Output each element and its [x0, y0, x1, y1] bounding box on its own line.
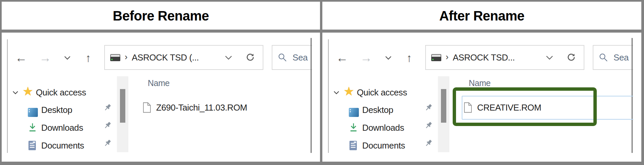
recent-locations-button[interactable] [381, 50, 396, 65]
explorer-before: ← → ↑ › ASROCK TSD (... [7, 33, 312, 155]
sidebar-item-quick-access[interactable]: ★ Quick access [7, 85, 118, 100]
scrollbar-thumb[interactable] [441, 89, 446, 123]
back-arrow-icon: ← [336, 51, 348, 65]
file-icon [463, 102, 472, 113]
sidebar-item-desktop[interactable]: Desktop [328, 102, 439, 117]
forward-button[interactable]: → [359, 50, 374, 65]
pin-icon [425, 103, 433, 112]
up-arrow-icon: ↑ [85, 51, 91, 65]
sidebar-item-documents[interactable]: Documents [7, 138, 118, 153]
pin-icon [104, 121, 112, 130]
screenshot-crop-edge [311, 38, 312, 153]
sidebar-item-desktop[interactable]: Desktop [7, 102, 118, 117]
file-name: Z690-Taichi_11.03.ROM [156, 102, 247, 113]
desktop-icon [28, 108, 38, 117]
back-button[interactable]: ← [335, 50, 349, 65]
up-button[interactable]: ↑ [81, 50, 95, 65]
sidebar-item-documents[interactable]: Documents [328, 138, 439, 153]
sidebar-item-label: Quick access [357, 87, 407, 98]
refresh-button[interactable] [245, 52, 255, 63]
chevron-down-icon [385, 56, 392, 60]
downloads-icon [28, 123, 37, 133]
sidebar-item-label: Downloads [362, 123, 404, 133]
file-row[interactable]: CREATIVE.ROM [463, 100, 541, 115]
back-arrow-icon: ← [15, 51, 27, 65]
name-column-header[interactable]: Name [469, 78, 491, 88]
sidebar-item-downloads[interactable]: Downloads [7, 120, 118, 135]
sidebar-scrollbar [117, 76, 128, 152]
file-name: CREATIVE.ROM [477, 102, 541, 113]
address-dropdown-button[interactable] [225, 55, 232, 60]
explorer-after: ← → ↑ › ASROCK TSD... [328, 33, 633, 155]
pin-icon [104, 103, 112, 112]
up-arrow-icon: ↑ [406, 51, 412, 65]
sidebar-item-label: Desktop [362, 105, 393, 115]
documents-icon [349, 140, 358, 151]
pin-icon [104, 139, 112, 148]
up-button[interactable]: ↑ [402, 50, 416, 65]
address-dropdown-button[interactable] [546, 55, 553, 60]
star-icon: ★ [343, 84, 354, 98]
forward-button[interactable]: → [38, 50, 53, 65]
sidebar-item-label: Downloads [41, 123, 83, 133]
address-bar[interactable]: › ASROCK TSD... [425, 45, 584, 70]
sidebar-item-label: Documents [41, 140, 84, 151]
column-divider [320, 2, 322, 162]
search-input[interactable]: Sea [593, 45, 633, 70]
documents-icon [28, 140, 37, 151]
pin-icon [425, 139, 433, 148]
address-bar[interactable]: › ASROCK TSD (... [104, 45, 263, 70]
file-icon [142, 102, 151, 113]
sidebar-item-label: Desktop [41, 105, 72, 115]
pin-icon [425, 121, 433, 130]
sidebar-item-quick-access[interactable]: ★ Quick access [328, 85, 439, 100]
search-placeholder: Sea [614, 52, 629, 63]
before-rename-title: Before Rename [2, 8, 320, 23]
desktop-icon [349, 108, 359, 117]
chevron-expanded-icon [333, 91, 339, 94]
refresh-button[interactable] [566, 52, 576, 63]
chevron-down-icon [546, 55, 553, 60]
chevron-down-icon [64, 56, 71, 60]
name-column-header[interactable]: Name [148, 78, 170, 88]
refresh-icon [566, 52, 576, 63]
chevron-expanded-icon [12, 91, 18, 94]
forward-arrow-icon: → [39, 51, 51, 65]
sidebar-scrollbar [438, 76, 449, 152]
breadcrumb-separator-icon: › [125, 52, 127, 62]
drive-icon [431, 54, 441, 61]
chevron-down-icon [225, 55, 232, 60]
search-icon [278, 53, 287, 62]
search-placeholder: Sea [293, 52, 308, 63]
comparison-table: Before Rename After Rename ← → ↑ › ASROC… [0, 0, 644, 165]
scrollbar-thumb[interactable] [120, 89, 125, 123]
refresh-icon [245, 52, 255, 63]
after-rename-title: After Rename [322, 8, 641, 23]
breadcrumb-separator-icon: › [446, 52, 448, 62]
sidebar-item-label: Quick access [36, 87, 86, 98]
back-button[interactable]: ← [14, 50, 28, 65]
file-row[interactable]: Z690-Taichi_11.03.ROM [142, 100, 247, 115]
downloads-icon [349, 123, 358, 133]
star-icon: ★ [22, 84, 33, 98]
sidebar-item-label: Documents [362, 140, 405, 151]
breadcrumb-path[interactable]: ASROCK TSD... [453, 52, 515, 63]
search-input[interactable]: Sea [272, 45, 312, 70]
drive-icon [110, 54, 120, 61]
forward-arrow-icon: → [360, 51, 372, 65]
screenshot-crop-edge [632, 38, 633, 153]
recent-locations-button[interactable] [60, 50, 75, 65]
search-icon [599, 53, 608, 62]
sidebar-item-downloads[interactable]: Downloads [328, 120, 439, 135]
breadcrumb-path[interactable]: ASROCK TSD (... [132, 52, 199, 63]
